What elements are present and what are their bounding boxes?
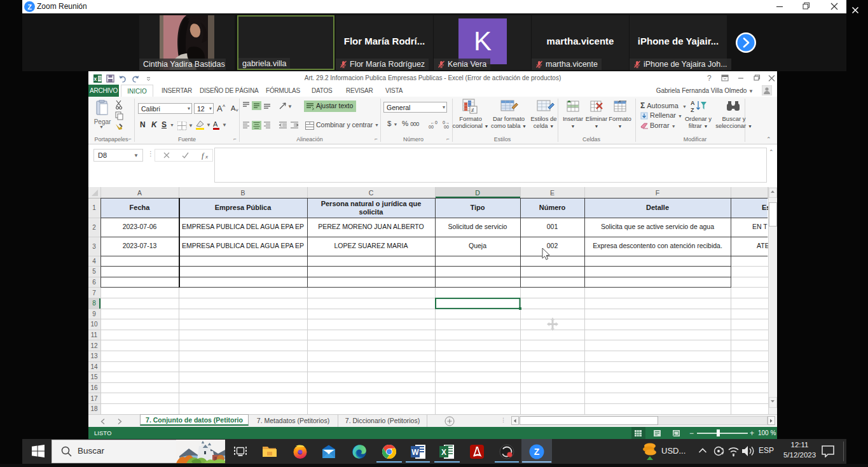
svg-text:2023-07-06: 2023-07-06 <box>123 223 157 230</box>
svg-text:Z: Z <box>534 447 540 457</box>
svg-text:Expresa descontento con atenci: Expresa descontento con atención recibid… <box>593 242 722 249</box>
svg-text:Fecha: Fecha <box>130 204 151 211</box>
svg-text:Z: Z <box>27 3 32 11</box>
svg-text:11: 11 <box>91 331 98 338</box>
svg-text:15: 15 <box>90 373 98 380</box>
svg-text:2023-07-13: 2023-07-13 <box>123 242 157 249</box>
svg-text:A: A <box>691 100 695 106</box>
svg-text:?: ? <box>707 74 712 83</box>
svg-text:f: f <box>202 151 205 160</box>
svg-text:Solicitud de servicio: Solicitud de servicio <box>448 223 507 230</box>
svg-text:X: X <box>441 448 446 457</box>
svg-text:ATE: ATE <box>757 242 769 249</box>
svg-text:LOPEZ SUAREZ MARIA: LOPEZ SUAREZ MARIA <box>334 242 408 249</box>
svg-text:6: 6 <box>92 279 96 286</box>
svg-text:←0: ←0 <box>431 120 437 125</box>
svg-text:Detalle: Detalle <box>646 204 669 211</box>
svg-text:▼: ▼ <box>287 104 293 109</box>
svg-text:8: 8 <box>92 300 96 307</box>
svg-text:Z: Z <box>691 107 694 113</box>
svg-text:solicita: solicita <box>359 208 384 216</box>
svg-text:Número: Número <box>539 204 566 211</box>
svg-text:A: A <box>213 120 218 128</box>
svg-text:00: 00 <box>429 125 434 129</box>
svg-text:002: 002 <box>547 242 558 249</box>
svg-text:▼: ▼ <box>206 122 211 128</box>
svg-text:Queja: Queja <box>469 242 486 249</box>
svg-text:Tipo: Tipo <box>470 204 485 211</box>
svg-text:≠: ≠ <box>471 107 474 113</box>
svg-text:C: C <box>369 189 374 197</box>
svg-text:Persona natural o jurídica que: Persona natural o jurídica que <box>321 200 422 207</box>
svg-text:D: D <box>475 189 480 197</box>
svg-text:1: 1 <box>92 204 96 211</box>
svg-text:16: 16 <box>90 384 98 391</box>
svg-text:▼: ▼ <box>188 123 193 129</box>
svg-text:7: 7 <box>92 289 96 296</box>
svg-text:14: 14 <box>90 363 98 370</box>
svg-text:17: 17 <box>90 395 98 402</box>
svg-text:F: F <box>656 189 659 197</box>
svg-text:10: 10 <box>90 321 98 328</box>
svg-text:5: 5 <box>92 268 96 275</box>
svg-text:PEREZ MORENO JUAN ALBERTO: PEREZ MORENO JUAN ALBERTO <box>318 223 424 230</box>
svg-text:001: 001 <box>547 223 558 230</box>
svg-text:▼: ▼ <box>222 122 227 128</box>
svg-text:B: B <box>240 189 245 197</box>
svg-text:x: x <box>205 154 209 160</box>
svg-text:Empresa Pública: Empresa Pública <box>215 204 272 211</box>
svg-text:EMPRESA PUBLICA DEL AGUA EPA E: EMPRESA PUBLICA DEL AGUA EPA EP <box>182 242 304 249</box>
svg-text:EMPRESA PUBLICA DEL AGUA EPA E: EMPRESA PUBLICA DEL AGUA EPA EP <box>182 223 304 230</box>
svg-text:12: 12 <box>90 342 98 349</box>
svg-text:E: E <box>550 189 555 197</box>
svg-text:EN T: EN T <box>752 223 768 230</box>
svg-text:W: W <box>411 448 419 457</box>
svg-text:9: 9 <box>92 310 96 317</box>
svg-text:4: 4 <box>92 258 96 265</box>
svg-text:A: A <box>137 189 142 197</box>
svg-text:2: 2 <box>92 224 96 231</box>
svg-text:18: 18 <box>90 405 98 412</box>
svg-text:3: 3 <box>92 243 96 250</box>
svg-text:Solicita que se active servici: Solicita que se active servicio de agua <box>601 223 714 230</box>
svg-text:13: 13 <box>90 352 98 359</box>
